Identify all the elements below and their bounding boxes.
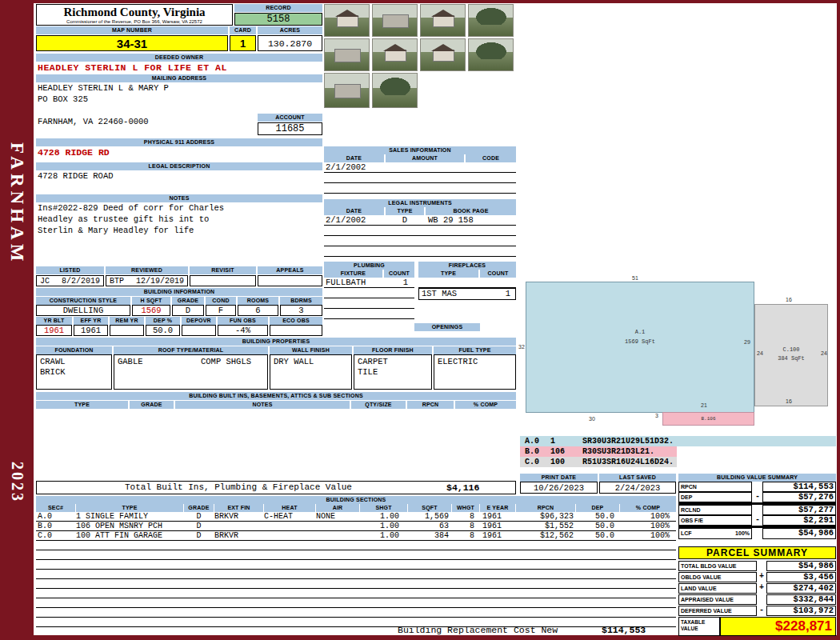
sketch-dim-c-top: 16 — [786, 297, 792, 302]
dep-pct-header: DEP % — [146, 317, 180, 325]
property-photo — [324, 73, 370, 108]
reviewed-header: REVIEWED — [106, 266, 188, 274]
legal-instrument-empty-row — [324, 246, 516, 257]
sketch-area-c: C.100 384 SqFt — [754, 304, 828, 406]
physical-address-value: 4728 RIDGE RD — [38, 147, 110, 158]
construction-style-header: CONSTRUCTION STYLE — [36, 297, 130, 305]
wall-finish-value: DRY WALL — [274, 357, 348, 367]
district-label: FARNHAM — [6, 142, 27, 265]
fireplace-type: 1ST MAS — [422, 289, 457, 299]
building-section-empty-row — [36, 550, 676, 560]
legend-sec: B.0 — [525, 446, 539, 457]
legal-instrument-empty-row — [324, 226, 516, 236]
bs-comp-header: % COMP — [620, 504, 676, 512]
legend-trace: R51U3SR16U24L16D24. — [582, 457, 674, 467]
bdrms-header: BDRMS — [280, 297, 322, 305]
building-section-empty-row — [36, 541, 676, 550]
property-photo — [372, 73, 418, 108]
sketch-area-a-name: A.1 — [526, 329, 754, 335]
bs-sec: C.0 — [38, 531, 52, 541]
parcel-row-sign: + — [757, 583, 766, 594]
bs-comp: 100% — [620, 512, 676, 522]
bvs-row-sign: - — [753, 515, 762, 526]
foundation-line-2: BRICK — [40, 367, 108, 378]
footer-label: Building Replacement Cost New — [398, 625, 558, 635]
bs-whgt-header: WHGT — [452, 504, 479, 512]
floor-finish-line-1: CARPET — [358, 357, 428, 367]
bs-comp: 100% — [620, 522, 676, 531]
li-date-header: DATE — [324, 207, 384, 215]
parcel-row-name: OBLDG VALUE — [678, 572, 757, 582]
listed-value: JC 8/2/2019 — [36, 275, 104, 286]
bs-dep: 50.0 — [576, 522, 619, 531]
li-bookpage: WB 29 158 — [428, 215, 474, 226]
floor-finish-line-2: TILE — [358, 367, 428, 378]
county-header-box: Richmond County, Virginia Commissioner o… — [36, 4, 233, 26]
fireplace-count-header: COUNT — [480, 270, 516, 278]
bs-air: NONE — [316, 512, 335, 522]
building-section-empty-row — [36, 579, 676, 589]
revisit-value — [190, 275, 256, 286]
bvs-row-sign — [753, 505, 762, 515]
roof-header: ROOF TYPE/MATERIAL — [114, 346, 268, 354]
mailing-line-2: PO BOX 325 — [38, 94, 88, 105]
fireplace-count: 1 — [482, 289, 514, 299]
ecoobs-header: ECO OBS — [270, 317, 322, 325]
physical-address-header: PHYSICAL 911 ADDRESS — [36, 138, 322, 146]
legal-description-value: 4728 RIDGE ROAD — [38, 171, 114, 182]
record-value: 5158 — [234, 13, 322, 26]
parcel-row-value: $332,844 — [766, 594, 836, 605]
fuel-type-cell: ELECTRIC — [434, 354, 516, 390]
legend-sec: A.0 — [525, 436, 539, 446]
sketch-dim-a-right: 29 — [744, 339, 750, 345]
sketch-area-c-name: C.100 — [755, 346, 827, 353]
bs-heat: C-HEAT — [264, 512, 293, 522]
bi-notes-header: NOTES — [175, 401, 350, 409]
reviewed-date: 12/19/2019 — [136, 277, 184, 286]
parcel-row-name: TOTAL BLDG VALUE — [678, 561, 757, 571]
building-information-header: BUILDING INFORMATION — [36, 288, 322, 296]
bvs-row-sign: - — [753, 492, 762, 502]
bi-rpcn-header: RPCN — [407, 401, 454, 409]
bs-sqft: 1,569 — [408, 512, 452, 522]
fireplace-row: 1ST MAS 1 — [418, 288, 516, 300]
funobs-header: FUN OBS — [218, 317, 268, 325]
sales-row: 2/1/2002 — [324, 162, 516, 173]
parcel-row-value: $274,402 — [766, 583, 836, 594]
building-section-row: A.0 1 SINGLE FAMILY D BRKVR C-HEAT NONE … — [36, 512, 676, 522]
sketch-dim-c-bottom: 16 — [786, 398, 792, 404]
parcel-row-name: LAND VALUE — [678, 583, 757, 594]
grade-value: D — [172, 305, 204, 316]
sketch-area-a: A.1 1569 SqFt — [526, 282, 754, 413]
built-ins-total-row: Total Built Ins, Plumbing & Fireplace Va… — [36, 481, 516, 494]
account-header: ACCOUNT — [258, 114, 322, 122]
bs-dep: 50.0 — [576, 531, 619, 541]
legend-num: 1 — [550, 436, 555, 446]
bs-shgt: 1.00 — [360, 522, 404, 531]
foundation-cell: CRAWL BRICK — [36, 354, 112, 390]
parcel-row-sign: + — [757, 572, 766, 582]
legend-sec: C.0 — [525, 457, 539, 467]
bs-rpcn: $12,562 — [516, 531, 575, 541]
building-section-empty-row — [36, 608, 676, 618]
fireplace-type-header: TYPE — [418, 270, 478, 278]
sales-header: SALES INFORMATION — [324, 146, 516, 154]
parcel-row-name: DEFERRED VALUE — [678, 606, 757, 616]
appeals-header: APPEALS — [258, 266, 322, 274]
bs-dep: 50.0 — [576, 512, 619, 522]
sketch-area-c-sqft: 384 SqFt — [755, 355, 827, 362]
bs-rpcn: $96,323 — [516, 512, 575, 522]
hsqft-header: H SQFT — [132, 297, 170, 305]
bs-sqft-header: SQFT — [408, 504, 451, 512]
bvs-row-value: $57,277 — [762, 505, 836, 515]
legend-num: 100 — [550, 457, 565, 467]
bs-eyear: 1961 — [482, 531, 502, 541]
yrblt-value: 1961 — [36, 325, 72, 336]
depovr-value — [182, 325, 216, 336]
listed-by: JC — [40, 277, 50, 286]
property-photo — [420, 4, 466, 37]
building-section-empty-row — [36, 589, 676, 598]
last-saved-header: LAST SAVED — [599, 474, 676, 482]
bvs-row-name: OBS F/E — [678, 515, 752, 526]
building-sections-header: BUILDING SECTIONS — [36, 496, 676, 504]
